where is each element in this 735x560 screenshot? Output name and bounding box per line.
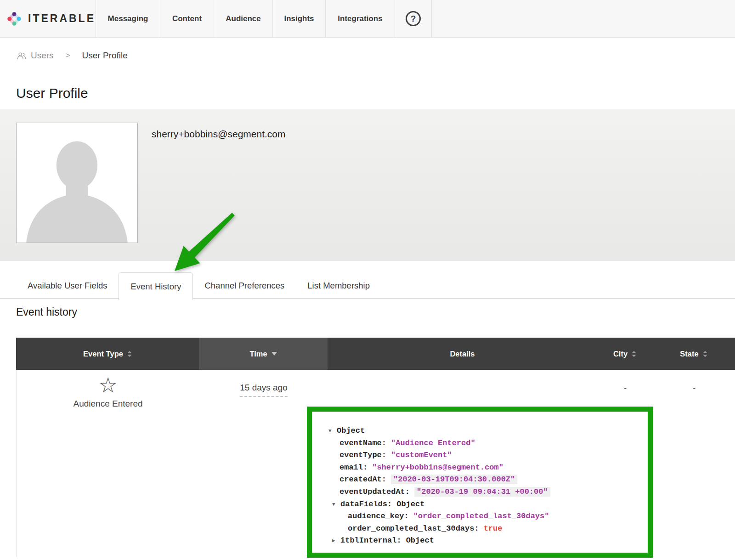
avatar-placeholder-icon bbox=[17, 123, 137, 243]
brand-wordmark: ITERABLE bbox=[28, 12, 96, 25]
collapse-icon[interactable]: ▼ bbox=[332, 498, 340, 511]
column-header-time[interactable]: Time bbox=[199, 338, 328, 370]
user-profile-page: ITERABLE Messaging Content Audience Insi… bbox=[0, 0, 735, 560]
state-cell: - bbox=[653, 370, 735, 557]
json-field-audience-key: audience_key:"order_completed_last_30day… bbox=[328, 510, 641, 523]
help-button[interactable]: ? bbox=[395, 0, 432, 37]
tab-event-history[interactable]: Event History bbox=[119, 272, 193, 300]
breadcrumb-users-link[interactable]: Users bbox=[17, 51, 54, 61]
json-field-eventUpdatedAt: eventUpdatedAt:"2020-03-19 09:04:31 +00:… bbox=[328, 486, 641, 498]
page-title: User Profile bbox=[16, 85, 88, 101]
avatar bbox=[16, 123, 138, 243]
time-ago-text[interactable]: 15 days ago bbox=[240, 383, 288, 397]
sort-icon bbox=[632, 351, 636, 357]
json-field-order-completed: order_completed_last_30days:true bbox=[328, 523, 641, 535]
sort-icon bbox=[703, 351, 707, 357]
json-node-dataFields: ▼dataFields:Object bbox=[328, 498, 641, 511]
nav-item-messaging[interactable]: Messaging bbox=[96, 0, 160, 37]
json-field-email: email:"sherry+bobbins@segment.com" bbox=[328, 462, 641, 474]
nav-item-content[interactable]: Content bbox=[160, 0, 214, 37]
table-header: Event Type Time Details City State bbox=[16, 338, 735, 370]
json-root-node: ▼Object bbox=[328, 425, 641, 437]
profile-email: sherry+bobbins@segment.com bbox=[152, 129, 286, 140]
sort-desc-icon bbox=[271, 352, 277, 356]
breadcrumb-current: User Profile bbox=[82, 51, 128, 61]
nav-item-audience[interactable]: Audience bbox=[214, 0, 272, 37]
breadcrumb: Users > User Profile bbox=[17, 51, 128, 61]
event-type-cell: ☆ Audience Entered bbox=[17, 370, 199, 557]
tab-channel-preferences[interactable]: Channel Preferences bbox=[193, 272, 296, 299]
details-json-annotation-box: ▼Object eventName:"Audience Entered" eve… bbox=[307, 407, 653, 558]
collapse-icon[interactable]: ▼ bbox=[328, 425, 337, 437]
top-nav: ITERABLE Messaging Content Audience Insi… bbox=[0, 0, 735, 38]
star-icon: ☆ bbox=[98, 373, 117, 398]
expand-icon[interactable]: ▶ bbox=[332, 535, 340, 547]
tab-list-membership[interactable]: List Membership bbox=[296, 272, 381, 299]
help-icon: ? bbox=[406, 11, 421, 26]
column-header-event-type[interactable]: Event Type bbox=[16, 338, 199, 370]
json-node-itblInternal: ▶itblInternal:Object bbox=[328, 535, 641, 547]
profile-tabs: Available User Fields Event History Chan… bbox=[0, 272, 735, 299]
sort-icon bbox=[127, 351, 132, 357]
profile-hero: sherry+bobbins@segment.com bbox=[0, 109, 735, 261]
iterable-logo[interactable]: ITERABLE bbox=[0, 0, 96, 37]
event-type-label: Audience Entered bbox=[73, 399, 142, 409]
iterable-diamond-icon bbox=[7, 6, 21, 32]
users-icon bbox=[17, 52, 27, 60]
json-field-eventName: eventName:"Audience Entered" bbox=[328, 437, 641, 450]
nav-item-integrations[interactable]: Integrations bbox=[325, 0, 395, 37]
breadcrumb-users-label: Users bbox=[31, 51, 54, 61]
json-field-createdAt: createdAt:"2020-03-19T09:04:30.000Z" bbox=[328, 474, 641, 486]
column-header-details: Details bbox=[328, 338, 597, 370]
column-header-city[interactable]: City bbox=[597, 338, 652, 370]
column-header-state[interactable]: State bbox=[652, 338, 735, 370]
nav-item-insights[interactable]: Insights bbox=[272, 0, 325, 37]
tab-available-user-fields[interactable]: Available User Fields bbox=[16, 272, 119, 299]
event-history-heading: Event history bbox=[16, 306, 77, 318]
json-field-eventType: eventType:"customEvent" bbox=[328, 449, 641, 462]
breadcrumb-chevron-icon: > bbox=[66, 51, 70, 60]
